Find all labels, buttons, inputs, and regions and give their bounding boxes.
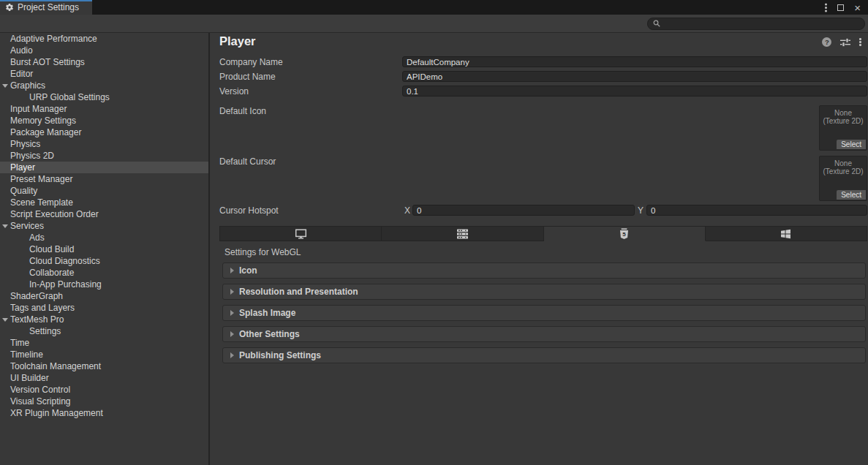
player-settings-panel: Player ? Company Name Product Name Versi… [210, 33, 868, 465]
version-label: Version [219, 86, 249, 97]
platform-tab-bar: 5 [219, 226, 867, 241]
section-publishing-settings[interactable]: Publishing Settings [222, 347, 866, 363]
settings-category-list: Adaptive Performance Audio Burst AOT Set… [0, 33, 208, 465]
titlebar: Project Settings × [0, 0, 868, 15]
hotspot-x-input[interactable] [412, 205, 635, 216]
section-other-settings[interactable]: Other Settings [222, 326, 866, 342]
company-name-label: Company Name [219, 57, 283, 68]
foldout-collapsed-icon [230, 289, 234, 295]
default-cursor-select-button[interactable]: Select [837, 190, 866, 200]
platform-tab-webgl[interactable]: 5 [544, 226, 706, 241]
sidebar-item-graphics[interactable]: Graphics [0, 80, 208, 91]
sidebar-item-scene-template[interactable]: Scene Template [0, 197, 208, 208]
company-name-input[interactable] [402, 56, 867, 67]
desktop-monitor-icon [295, 229, 307, 239]
sidebar-item-editor[interactable]: Editor [0, 68, 208, 80]
sidebar-item-memory-settings[interactable]: Memory Settings [0, 115, 208, 126]
window-tab-project-settings[interactable]: Project Settings [0, 0, 92, 15]
page-title: Player [219, 33, 256, 49]
dedicated-server-icon [457, 229, 468, 239]
sidebar-item-shadergraph[interactable]: ShaderGraph [0, 290, 208, 302]
sidebar-item-textmesh-pro[interactable]: TextMesh Pro [0, 314, 208, 325]
sidebar-item-physics[interactable]: Physics [0, 138, 208, 150]
foldout-collapsed-icon [230, 331, 234, 337]
toolbar [0, 15, 868, 33]
sidebar-item-burst-aot-settings[interactable]: Burst AOT Settings [0, 56, 208, 68]
sidebar-item-script-execution-order[interactable]: Script Execution Order [0, 208, 208, 220]
sidebar-item-ui-builder[interactable]: UI Builder [0, 372, 208, 384]
window-menu-icon[interactable] [825, 7, 827, 9]
sidebar-item-ads[interactable]: Ads [0, 232, 208, 243]
default-icon-object-field[interactable]: None (Texture 2D) Select [819, 105, 867, 151]
default-cursor-object-field[interactable]: None (Texture 2D) Select [819, 156, 867, 201]
foldout-collapsed-icon [230, 268, 234, 273]
sidebar-item-xr-plugin-management[interactable]: XR Plugin Management [0, 407, 208, 419]
foldout-expanded-icon[interactable] [2, 224, 8, 228]
presets-icon[interactable] [840, 38, 850, 47]
sidebar-item-package-manager[interactable]: Package Manager [0, 126, 208, 138]
window-close-icon[interactable]: × [854, 2, 861, 13]
search-field[interactable] [647, 18, 865, 30]
sidebar-item-audio[interactable]: Audio [0, 45, 208, 56]
html5-webgl-icon: 5 [619, 228, 629, 240]
search-input[interactable] [663, 19, 859, 28]
platform-tab-standalone[interactable] [219, 226, 382, 241]
section-resolution-and-presentation[interactable]: Resolution and Presentation [222, 284, 866, 300]
foldout-collapsed-icon [230, 310, 234, 316]
product-name-label: Product Name [219, 72, 276, 83]
foldout-expanded-icon[interactable] [2, 318, 8, 322]
sidebar-item-cloud-build[interactable]: Cloud Build [0, 243, 208, 255]
sidebar-item-toolchain-management[interactable]: Toolchain Management [0, 360, 208, 372]
foldout-expanded-icon[interactable] [2, 84, 8, 88]
sidebar-item-version-control[interactable]: Version Control [0, 384, 208, 396]
foldout-collapsed-icon [230, 352, 234, 358]
panel-header-icons: ? [822, 37, 861, 47]
section-splash-image[interactable]: Splash Image [222, 305, 866, 321]
sidebar-item-in-app-purchasing[interactable]: In-App Purchasing [0, 279, 208, 290]
hotspot-y-label: Y [638, 205, 644, 216]
default-cursor-label: Default Cursor [219, 156, 276, 167]
search-icon [653, 20, 660, 27]
settings-for-platform-label: Settings for WebGL [224, 247, 301, 257]
sidebar-item-timeline[interactable]: Timeline [0, 349, 208, 360]
version-input[interactable] [402, 86, 867, 97]
cursor-hotspot-label: Cursor Hotspot [219, 205, 279, 216]
sidebar-item-services[interactable]: Services [0, 220, 208, 232]
more-options-icon[interactable] [859, 41, 861, 43]
sidebar-item-quality[interactable]: Quality [0, 185, 208, 197]
default-icon-select-button[interactable]: Select [837, 140, 866, 149]
svg-text:5: 5 [622, 231, 626, 238]
sidebar-item-tmp-settings[interactable]: Settings [0, 325, 208, 337]
sidebar-item-input-manager[interactable]: Input Manager [0, 103, 208, 115]
hotspot-y-input[interactable] [646, 205, 867, 216]
default-icon-label: Default Icon [219, 106, 266, 117]
help-icon[interactable]: ? [822, 37, 831, 47]
gear-icon [5, 3, 14, 12]
sidebar-item-cloud-diagnostics[interactable]: Cloud Diagnostics [0, 255, 208, 267]
content-body: Adaptive Performance Audio Burst AOT Set… [0, 33, 868, 465]
product-name-input[interactable] [402, 71, 867, 82]
sidebar-item-adaptive-performance[interactable]: Adaptive Performance [0, 33, 208, 45]
section-icon[interactable]: Icon [222, 262, 866, 279]
hotspot-x-label: X [404, 205, 410, 216]
window-maximize-icon[interactable] [837, 4, 844, 11]
sidebar-item-physics-2d[interactable]: Physics 2D [0, 150, 208, 162]
platform-tab-dedicated-server[interactable] [382, 226, 543, 241]
sidebar-item-urp-global-settings[interactable]: URP Global Settings [0, 91, 208, 103]
sidebar-item-time[interactable]: Time [0, 337, 208, 349]
sidebar-item-preset-manager[interactable]: Preset Manager [0, 173, 208, 185]
window-controls: × [825, 0, 868, 15]
sidebar-item-player[interactable]: Player [0, 162, 208, 173]
window-tab-title: Project Settings [18, 2, 79, 12]
sidebar-item-collaborate[interactable]: Collaborate [0, 267, 208, 279]
sidebar-item-tags-and-layers[interactable]: Tags and Layers [0, 302, 208, 314]
sidebar-item-visual-scripting[interactable]: Visual Scripting [0, 396, 208, 407]
windows-logo-icon [780, 229, 791, 239]
project-settings-window: Project Settings × Adaptive Performance … [0, 0, 868, 465]
platform-tab-windows-store[interactable] [706, 226, 867, 241]
